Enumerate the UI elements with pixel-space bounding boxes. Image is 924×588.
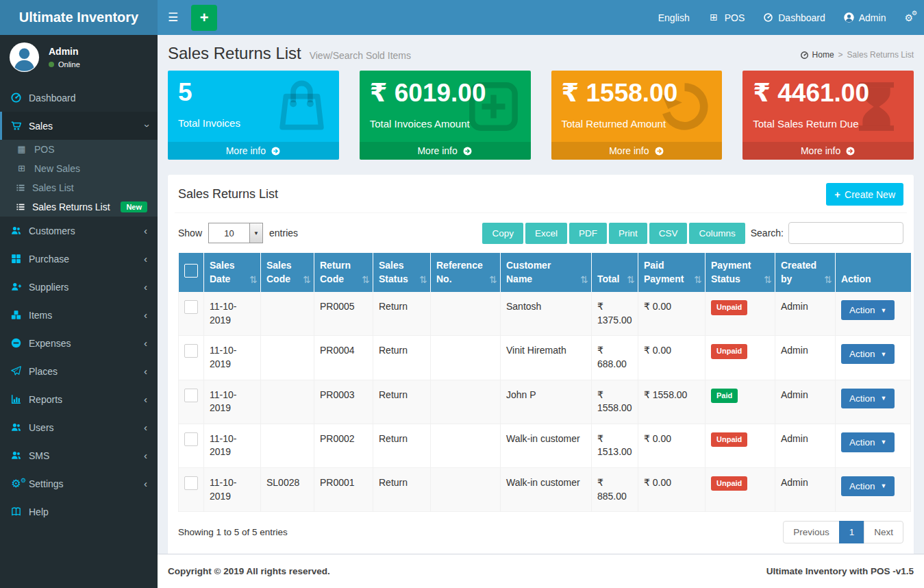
nav-pos-label: POS xyxy=(725,12,745,23)
sidebar-item-head[interactable]: Customers‹ xyxy=(0,217,158,245)
sort-icon: ⇅ xyxy=(627,273,635,287)
sidebar-item-dashboard: Dashboard xyxy=(0,84,158,112)
row-action-button[interactable]: Action▼ xyxy=(841,476,895,496)
sidebar-item-head[interactable]: Items‹ xyxy=(0,301,158,329)
sidebar-item-head[interactable]: Sales‹ xyxy=(0,112,158,140)
col-header-select-all[interactable] xyxy=(179,253,204,292)
sidebar-subitem-new-sales[interactable]: ⊞New Sales xyxy=(0,159,158,178)
arrow-circle-icon xyxy=(271,146,281,156)
row-action-button[interactable]: Action▼ xyxy=(841,432,895,452)
cell-payment-status: Unpaid xyxy=(706,467,775,511)
book-icon xyxy=(10,506,22,517)
sidebar-item-head[interactable]: ⚙⚙Settings‹ xyxy=(0,469,158,498)
row-action-button[interactable]: Action▼ xyxy=(841,389,895,408)
col-header-created-by[interactable]: Created by⇅ xyxy=(775,253,836,292)
export-excel-button[interactable]: Excel xyxy=(525,223,567,244)
sidebar-item-head[interactable]: Suppliers‹ xyxy=(0,273,158,301)
sidebar-item-head[interactable]: Users‹ xyxy=(0,413,158,441)
col-header-action[interactable]: Action xyxy=(836,253,911,292)
row-checkbox[interactable] xyxy=(184,300,198,314)
brand-logo[interactable]: Ultimate Inventory xyxy=(0,0,158,35)
brand-text: Ultimate Inventory xyxy=(19,10,138,25)
export-copy-button[interactable]: Copy xyxy=(482,223,523,244)
export-columns-button[interactable]: Columns xyxy=(689,223,745,244)
row-checkbox[interactable] xyxy=(184,344,198,358)
sidebar-item-head[interactable]: Places‹ xyxy=(0,357,158,385)
sidebar-subitem-sales-returns-list[interactable]: Sales Returns ListNew xyxy=(0,197,158,217)
more-info-link[interactable]: More info xyxy=(742,142,914,160)
export-print-button[interactable]: Print xyxy=(609,223,647,244)
chevron-down-icon: ‹ xyxy=(140,124,151,127)
col-header-payment-status[interactable]: Payment Status⇅ xyxy=(706,253,775,292)
row-action-button[interactable]: Action▼ xyxy=(841,300,895,320)
language-menu[interactable]: English xyxy=(658,12,690,23)
export-pdf-button[interactable]: PDF xyxy=(569,223,607,244)
breadcrumb-home[interactable]: Home xyxy=(800,50,834,60)
nav-dashboard-label: Dashboard xyxy=(778,12,825,23)
cell-sales-date: 11-10-2019 xyxy=(204,467,261,511)
users-icon xyxy=(10,450,22,461)
export-csv-button[interactable]: CSV xyxy=(649,223,688,244)
settings-cogs-icon[interactable]: ⚙⚙ xyxy=(904,12,913,23)
pagination-previous[interactable]: Previous xyxy=(783,521,840,543)
create-new-button[interactable]: + Create New xyxy=(826,183,903,206)
payment-status-badge: Unpaid xyxy=(711,476,747,491)
pagination-page-1[interactable]: 1 xyxy=(839,521,865,543)
sidebar-item-label: Suppliers xyxy=(29,282,68,293)
select-all-checkbox[interactable] xyxy=(184,264,198,278)
page-length-select[interactable]: 10 ▼ xyxy=(208,223,263,243)
row-checkbox[interactable] xyxy=(184,476,198,490)
search-input[interactable] xyxy=(788,222,903,244)
info-boxes: 5Total InvoicesMore info₹ 6019.00Total I… xyxy=(168,71,914,160)
sidebar-subitem-pos[interactable]: ▦POS xyxy=(0,140,158,159)
select-arrow-icon: ▼ xyxy=(249,223,262,243)
cell-sales-status: Return xyxy=(373,380,431,424)
chevron-left-icon: ‹ xyxy=(144,365,147,377)
col-header-reference-no[interactable]: Reference No.⇅ xyxy=(431,253,501,292)
nav-dashboard-link[interactable]: Dashboard xyxy=(763,12,825,23)
more-info-link[interactable]: More info xyxy=(360,142,531,160)
col-header-label: Sales Code xyxy=(266,260,292,284)
cell-sales-status: Return xyxy=(373,424,431,467)
language-label: English xyxy=(658,12,690,23)
sidebar-item-head[interactable]: Dashboard xyxy=(0,84,158,112)
col-header-customer-name[interactable]: Customer Name⇅ xyxy=(501,253,592,292)
col-header-total[interactable]: Total⇅ xyxy=(592,253,638,292)
sidebar-toggle-icon[interactable]: ☰ xyxy=(158,10,188,25)
sidebar-user-status: Online xyxy=(49,60,80,69)
sidebar-item-head[interactable]: Help xyxy=(0,498,158,526)
plus-square-o-icon: ⊞ xyxy=(16,164,27,173)
sidebar-item-suppliers: Suppliers‹ xyxy=(0,273,158,301)
row-action-button[interactable]: Action▼ xyxy=(841,344,895,364)
pagination-next[interactable]: Next xyxy=(864,521,903,543)
nav-pos-link[interactable]: ⊞ POS xyxy=(708,12,745,23)
more-info-link[interactable]: More info xyxy=(551,142,723,160)
action-button-label: Action xyxy=(849,349,875,359)
sidebar-subitem-sales-list[interactable]: Sales List xyxy=(0,178,158,197)
col-header-sales-code[interactable]: Sales Code⇅ xyxy=(261,253,314,292)
col-header-paid-payment[interactable]: Paid Payment⇅ xyxy=(638,253,706,292)
sidebar-item-head[interactable]: Reports‹ xyxy=(0,385,158,413)
page-length-control: Show 10 ▼ entries xyxy=(178,223,298,243)
sidebar-item-head[interactable]: Purchase‹ xyxy=(0,245,158,273)
cell-total: ₹ 1558.00 xyxy=(592,380,638,424)
table-container: Sales Date⇅Sales Code⇅Return Code⇅Sales … xyxy=(175,253,907,512)
paper-plane-icon xyxy=(10,365,22,377)
info-box-total-invoices: 5Total InvoicesMore info xyxy=(168,71,339,160)
sidebar-item-head[interactable]: SMS‹ xyxy=(0,441,158,469)
row-checkbox[interactable] xyxy=(184,432,198,446)
col-header-sales-date[interactable]: Sales Date⇅ xyxy=(204,253,261,292)
col-header-sales-status[interactable]: Sales Status⇅ xyxy=(373,253,431,292)
cell-return-code: PR0001 xyxy=(314,467,373,511)
quick-add-button[interactable]: + xyxy=(191,5,217,31)
more-info-link[interactable]: More info xyxy=(168,142,339,160)
users-icon xyxy=(10,225,22,236)
content-wrapper: Sales Returns List View/Search Sold Item… xyxy=(158,35,924,554)
row-checkbox[interactable] xyxy=(184,389,198,402)
sidebar-submenu: ▦POS⊞New SalesSales ListSales Returns Li… xyxy=(0,140,158,217)
col-header-return-code[interactable]: Return Code⇅ xyxy=(314,253,373,292)
sort-icon: ⇅ xyxy=(824,273,832,287)
sidebar-item-users: Users‹ xyxy=(0,413,158,441)
user-menu[interactable]: Admin xyxy=(844,12,886,23)
sidebar-item-head[interactable]: Expenses‹ xyxy=(0,329,158,357)
